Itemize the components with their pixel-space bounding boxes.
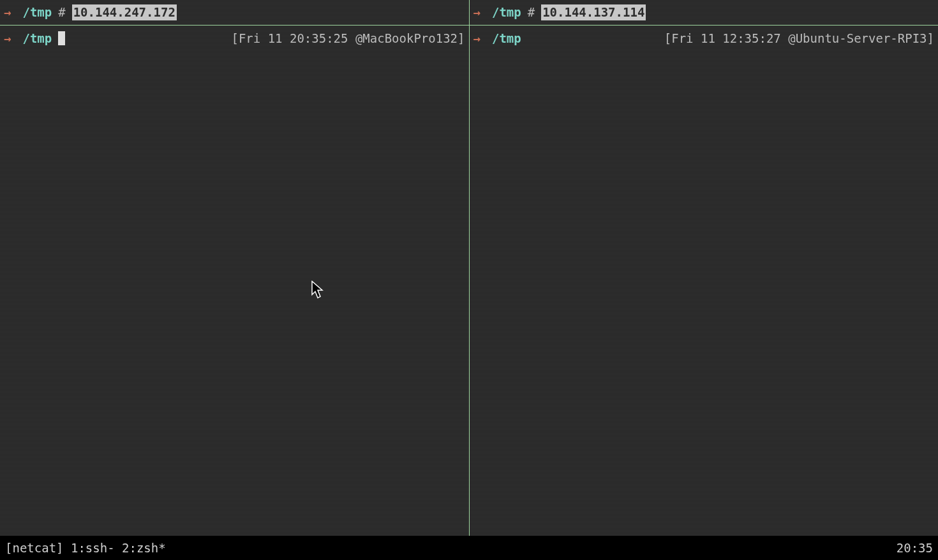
left-prompt-line[interactable]: → /tmp [Fri 11 20:35:25 @MacBookPro132]	[0, 26, 469, 51]
pane-left[interactable]: → /tmp # 10.144.247.172 → /tmp [Fri 11 2…	[0, 0, 469, 536]
cwd-path: /tmp	[22, 31, 52, 47]
cwd-path: /tmp	[492, 4, 521, 20]
window-list[interactable]: 1:ssh- 2:zsh*	[71, 540, 166, 556]
right-prompt: [Fri 11 12:35:27 @Ubuntu-Server-RPI3]	[664, 31, 934, 47]
prompt-arrow-icon: →	[4, 4, 11, 20]
right-top-prompt[interactable]: → /tmp # 10.144.137.114	[470, 0, 939, 26]
right-prompt-line[interactable]: → /tmp [Fri 11 12:35:27 @Ubuntu-Server-R…	[470, 26, 939, 51]
tmux-status-bar[interactable]: [netcat] 1:ssh- 2:zsh* 20:35	[0, 536, 938, 560]
pane-right[interactable]: → /tmp # 10.144.137.114 → /tmp [Fri 11 1…	[470, 0, 939, 536]
comment-marker: #	[528, 4, 535, 20]
prompt-arrow-icon: →	[473, 31, 480, 47]
ip-highlight: 10.144.137.114	[541, 4, 646, 20]
cwd-path: /tmp	[22, 4, 52, 20]
comment-marker: #	[58, 4, 65, 20]
cwd-path: /tmp	[492, 31, 521, 47]
prompt-arrow-icon: →	[473, 4, 480, 20]
ip-highlight: 10.144.247.172	[72, 4, 177, 20]
tmux-split: → /tmp # 10.144.247.172 → /tmp [Fri 11 2…	[0, 0, 938, 536]
clock: 20:35	[897, 540, 933, 556]
spacer-small	[64, 540, 71, 556]
left-top-prompt[interactable]: → /tmp # 10.144.247.172	[0, 0, 469, 26]
prompt-arrow-icon: →	[4, 31, 11, 47]
terminal-cursor	[58, 31, 65, 45]
session-name[interactable]: [netcat]	[5, 540, 64, 556]
right-prompt: [Fri 11 20:35:25 @MacBookPro132]	[231, 31, 465, 47]
